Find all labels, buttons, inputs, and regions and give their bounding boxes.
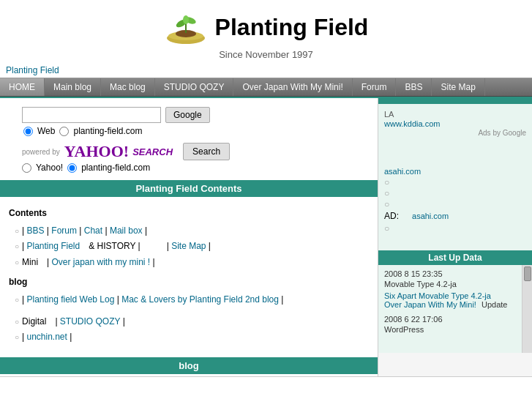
- dot1: ○: [384, 177, 526, 187]
- site-title: Planting Field: [215, 14, 369, 41]
- ads-label-text: Ads by Google: [478, 129, 526, 137]
- contents-body: Contents ○ | BBS | Forum | Chat | Mail b…: [0, 197, 378, 351]
- site-logo: [164, 7, 208, 48]
- update-label: Update: [482, 300, 507, 309]
- contents-item3: Mini | Over japan with my mini ! |: [22, 255, 155, 271]
- scrollbar[interactable]: [522, 265, 532, 353]
- ad-text: AD:: [384, 210, 408, 223]
- yahoo-site-radio[interactable]: [67, 163, 77, 173]
- nav-item-bbs[interactable]: BBS: [396, 78, 432, 96]
- over-japan-link[interactable]: Over japan with my mini !: [52, 257, 151, 267]
- contents-header: Planting Field Contents: [0, 180, 378, 197]
- contents-item4: | Planting field Web Log | Mac & Lovers …: [22, 292, 283, 308]
- contents-list2: ○ | Planting field Web Log | Mac & Lover…: [9, 292, 369, 308]
- google-search-button[interactable]: Google: [165, 107, 210, 123]
- dot2: ○: [384, 188, 526, 198]
- bullet-icon: ○: [15, 240, 19, 253]
- entry2-link1[interactable]: Six Apart Movable Type 4.2-ja: [384, 291, 491, 300]
- planting-field-link[interactable]: Planting Field: [27, 241, 80, 251]
- navbar: HOMEMain blogMac blogSTUDIO QOZYOver Jap…: [0, 78, 532, 97]
- left-panel: Google Web planting-field.com powered by…: [0, 98, 378, 376]
- site-radio[interactable]: [59, 127, 69, 136]
- bullet-icon: ○: [15, 225, 19, 238]
- ads-by-google: Ads by Google: [384, 129, 526, 137]
- sitemap-link[interactable]: Site Map: [171, 241, 206, 251]
- contents-item5: Digital | STUDIO QOZY |: [22, 314, 125, 330]
- la-link[interactable]: www.kddia.com: [384, 119, 440, 128]
- svg-point-6: [183, 15, 189, 24]
- right-top-section: [378, 98, 532, 104]
- web-radio-row: Web planting-field.com: [22, 126, 363, 136]
- yahoo-search-button[interactable]: Search: [183, 143, 230, 160]
- nav-item-forum[interactable]: Forum: [353, 78, 397, 96]
- blog-header: blog: [0, 357, 378, 374]
- nav-item-main-blog[interactable]: Main blog: [45, 78, 101, 96]
- since-text: Since November 1997: [0, 49, 532, 60]
- powered-by: powered by: [22, 148, 60, 156]
- breadcrumb-link[interactable]: Planting Field: [6, 65, 59, 75]
- web-radio[interactable]: [23, 127, 33, 136]
- entry2-block: Six Apart Movable Type 4.2-ja Over Japan…: [384, 291, 526, 309]
- contents-item2: | Planting Field & HISTORY | | Site Map …: [22, 239, 211, 255]
- google-search-input[interactable]: [22, 107, 161, 123]
- last-up-header: Last Up Data: [378, 250, 532, 265]
- bullet-icon: ○: [15, 331, 19, 344]
- yahoo-radio-label: Yahoo!: [36, 163, 63, 173]
- unchin-link[interactable]: unchin.net: [27, 332, 67, 342]
- contents-list1: ○ | BBS | Forum | Chat | Mail box | ○ | …: [9, 223, 369, 271]
- nav-item-studio-qozy[interactable]: STUDIO QOZY: [155, 78, 234, 96]
- main-layout: Google Web planting-field.com powered by…: [0, 97, 532, 377]
- breadcrumb: Planting Field: [0, 63, 532, 78]
- entry1-date: 2008 8 15 23:35: [384, 269, 526, 278]
- right-panel: LA www.kddia.com Ads by Google asahi.com…: [378, 98, 532, 376]
- site-label: planting-field.com: [73, 126, 142, 136]
- mailbox-link[interactable]: Mail box: [110, 225, 143, 236]
- list-item: ○ Digital | STUDIO QOZY |: [15, 314, 369, 330]
- google-search-row: Google: [22, 107, 363, 123]
- bullet-icon: ○: [15, 294, 19, 307]
- entry2-link2[interactable]: Over Japan With My Mini!: [384, 300, 476, 309]
- chat-link[interactable]: Chat: [84, 225, 102, 236]
- nav-item-site-map[interactable]: Site Map: [432, 78, 484, 96]
- list-item: ○ | Planting field Web Log | Mac & Lover…: [15, 292, 369, 308]
- last-up-body: 2008 8 15 23:35 Movable Type 4.2-ja Six …: [378, 265, 532, 353]
- nav-item-over-japan-with-my-mini[interactable]: Over Japan With My Mini!: [233, 78, 352, 96]
- contents-section2-title: blog: [9, 275, 369, 291]
- contents-section1-title: Contents: [9, 206, 369, 222]
- bullet-icon: ○: [15, 256, 19, 269]
- dot4: ○: [384, 223, 526, 234]
- yahoo-site-label: planting-field.com: [81, 163, 150, 173]
- bbs-link[interactable]: BBS: [27, 225, 45, 236]
- yahoo-brand: YAHOO!: [64, 142, 129, 161]
- contents-item6: | unchin.net |: [22, 329, 72, 346]
- list-item: ○ Mini | Over japan with my mini ! |: [15, 255, 369, 271]
- bullet-icon: ○: [15, 316, 19, 329]
- last-up-section: Last Up Data 2008 8 15 23:35 Movable Typ…: [378, 250, 532, 353]
- entry1-text: Movable Type 4.2-ja: [384, 280, 526, 288]
- search-area: Google Web planting-field.com powered by…: [0, 98, 378, 180]
- list-item: ○ | Planting Field & HISTORY | | Site Ma…: [15, 239, 369, 255]
- ad-item: AD: asahi.com: [384, 210, 526, 223]
- nav-item-home[interactable]: HOME: [0, 78, 45, 96]
- forum-link[interactable]: Forum: [51, 225, 77, 236]
- dot3: ○: [384, 199, 526, 209]
- contents-list3: ○ Digital | STUDIO QOZY | ○ | unchin.net…: [9, 314, 369, 346]
- list-item: ○ | unchin.net |: [15, 329, 369, 346]
- weblog-link[interactable]: Planting field Web Log: [27, 294, 115, 305]
- entry3-block: 2008 6 22 17:06 WordPress: [384, 315, 526, 334]
- yahoo-radio[interactable]: [22, 163, 31, 173]
- right-top-inner: LA www.kddia.com Ads by Google: [378, 104, 532, 163]
- list-item: ○ | BBS | Forum | Chat | Mail box |: [15, 223, 369, 239]
- asahi-link[interactable]: asahi.com: [384, 167, 526, 176]
- nav-item-mac-blog[interactable]: Mac blog: [101, 78, 155, 96]
- yahoo-logo: powered by YAHOO! SEARCH: [22, 142, 173, 161]
- scrollbar-thumb: [524, 266, 531, 281]
- ad-asahi-link[interactable]: asahi.com: [412, 212, 449, 220]
- entry3-date: 2008 6 22 17:06: [384, 315, 526, 324]
- contents-section2: blog ○ | Planting field Web Log | Mac & …: [9, 275, 369, 307]
- yahoo-search-text: SEARCH: [132, 146, 173, 157]
- studio-link[interactable]: STUDIO QOZY: [60, 316, 120, 327]
- web-label: Web: [37, 126, 55, 136]
- entry3-text: WordPress: [384, 325, 526, 334]
- mac-blog-link[interactable]: Mac & Lovers by Planting Field 2nd blog: [121, 294, 279, 305]
